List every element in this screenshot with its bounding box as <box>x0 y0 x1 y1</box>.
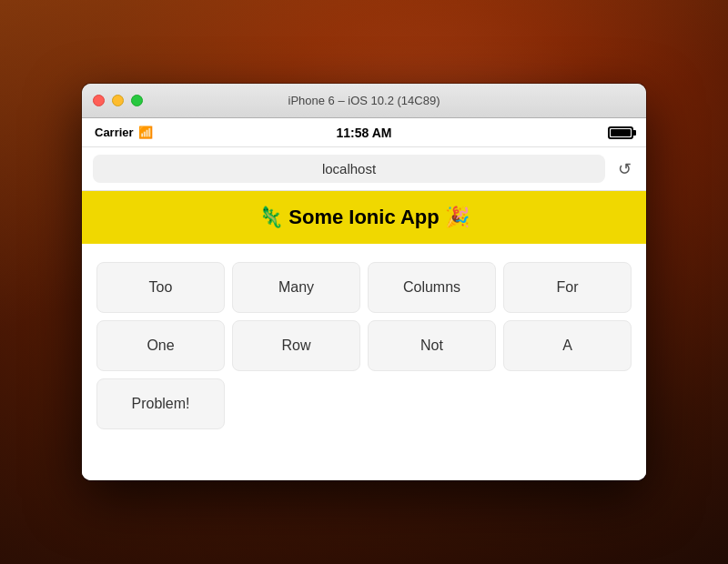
address-bar: ↺ <box>82 147 646 191</box>
simulator-window: iPhone 6 – iOS 10.2 (14C89) Carrier 📶 11… <box>82 84 646 480</box>
grid-cell-a[interactable]: A <box>503 320 632 371</box>
app-title: 🦎 Some Ionic App 🎉 <box>258 206 470 229</box>
grid-row-3: Problem! <box>96 378 632 429</box>
carrier-label: Carrier <box>95 126 134 139</box>
battery-icon <box>608 126 633 139</box>
app-header: 🦎 Some Ionic App 🎉 <box>82 191 646 244</box>
close-button[interactable] <box>93 95 105 106</box>
grid-row-1: Too Many Columns For <box>96 262 632 313</box>
traffic-lights <box>93 95 143 106</box>
app-body: Too Many Columns For One Row Not A Probl… <box>82 244 646 480</box>
status-left: Carrier 📶 <box>95 126 153 139</box>
grid-cell-for[interactable]: For <box>503 262 632 313</box>
status-right <box>608 126 633 139</box>
grid-cell-not[interactable]: Not <box>368 320 496 371</box>
status-bar: Carrier 📶 11:58 AM <box>82 118 646 147</box>
reload-button[interactable]: ↺ <box>614 156 635 183</box>
grid-cell-one[interactable]: One <box>96 320 225 371</box>
status-time: 11:58 AM <box>337 126 392 140</box>
grid-cell-many[interactable]: Many <box>232 262 360 313</box>
grid-row-2: One Row Not A <box>96 320 632 371</box>
iphone-screen: Carrier 📶 11:58 AM ↺ 🦎 Some Ionic App 🎉 … <box>82 118 646 480</box>
grid-cell-too[interactable]: Too <box>96 262 225 313</box>
minimize-button[interactable] <box>112 95 124 106</box>
url-input[interactable] <box>93 155 605 183</box>
window-title: iPhone 6 – iOS 10.2 (14C89) <box>288 94 440 107</box>
grid-cell-row[interactable]: Row <box>232 320 360 371</box>
maximize-button[interactable] <box>131 95 143 106</box>
grid-cell-problem[interactable]: Problem! <box>96 378 225 429</box>
grid-cell-columns[interactable]: Columns <box>368 262 496 313</box>
title-bar: iPhone 6 – iOS 10.2 (14C89) <box>82 84 646 118</box>
battery-fill <box>611 129 631 136</box>
wifi-icon: 📶 <box>138 126 153 139</box>
